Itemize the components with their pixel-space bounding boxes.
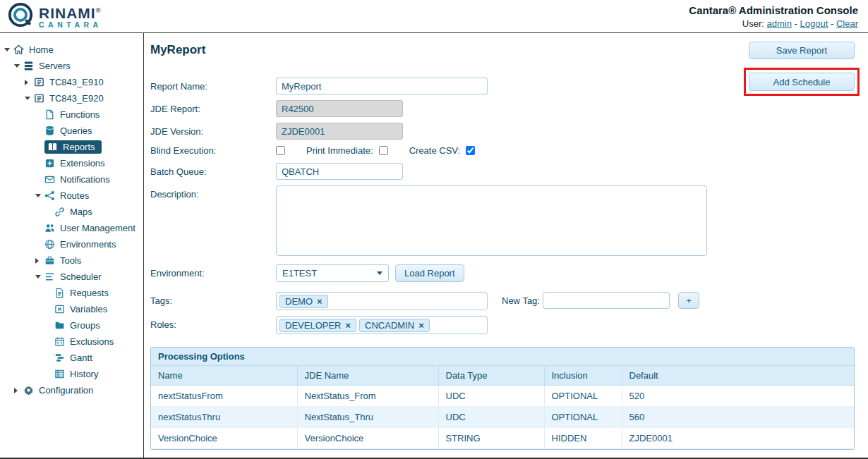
expand-arrow-icon[interactable] — [35, 275, 44, 279]
clear-link[interactable]: Clear — [836, 18, 858, 29]
save-report-button[interactable]: Save Report — [749, 42, 855, 59]
cell-jde-name: NextStatus_Thru — [297, 407, 438, 428]
load-report-button[interactable]: Load Report — [395, 264, 464, 282]
sidebar-item-label: Exclusions — [70, 336, 114, 347]
sidebar-item-label: TC843_E920 — [49, 93, 104, 104]
user-label: User: — [742, 18, 764, 29]
sidebar-item-label: Home — [29, 44, 54, 55]
chevron-down-icon — [377, 271, 382, 275]
description-label: Description: — [150, 185, 276, 200]
sidebar-item-queries[interactable]: Queries — [0, 123, 143, 139]
extensions-icon — [44, 158, 56, 169]
sidebar-item-label: Queries — [60, 126, 92, 136]
expand-arrow-icon[interactable] — [35, 194, 44, 197]
sidebar-item-scheduler[interactable]: Scheduler — [0, 269, 143, 285]
sidebar-item-routes[interactable]: Routes — [0, 188, 143, 204]
new-tag-label: New Tag: — [502, 292, 543, 306]
add-schedule-button[interactable]: Add Schedule — [749, 73, 855, 91]
table-row[interactable]: nextStatusFrom NextStatus_From UDC OPTIO… — [151, 386, 854, 407]
sidebar-item-label: Reports — [63, 142, 95, 152]
table-row[interactable]: nextStatusThru NextStatus_Thru UDC OPTIO… — [151, 407, 854, 428]
brand-subtitle: CANTARA — [39, 20, 102, 29]
processing-options-panel: Processing Options Name JDE Name Data Ty… — [150, 347, 855, 450]
sidebar-item-label: Environments — [60, 239, 116, 250]
sidebar-item-user-management[interactable]: User Management — [0, 220, 143, 236]
tags-input[interactable]: DEMO × — [276, 292, 488, 310]
sidebar-item-variables[interactable]: Variables — [0, 301, 143, 317]
collapse-arrow-icon[interactable] — [14, 388, 23, 393]
remove-role-icon[interactable]: × — [345, 320, 351, 331]
requests-icon — [54, 288, 66, 298]
cell-inclusion: OPTIONAL — [544, 386, 622, 407]
print-immediate-checkbox[interactable] — [379, 146, 388, 155]
new-tag-input[interactable] — [543, 292, 670, 309]
user-link[interactable]: admin — [767, 18, 792, 29]
expand-arrow-icon[interactable] — [14, 64, 23, 68]
annotation-highlight-box: Add Schedule — [744, 68, 860, 96]
expand-arrow-icon[interactable] — [25, 97, 34, 100]
cantara-logo: RINAMI® CANTARA — [7, 1, 102, 31]
table-header-row: Name JDE Name Data Type Inclusion Defaul… — [151, 366, 854, 386]
sidebar-item-groups[interactable]: Groups — [0, 317, 143, 333]
environment-selected-value: E1TEST — [282, 268, 317, 279]
sidebar-item-reports[interactable]: Reports — [0, 139, 143, 155]
sidebar-item-tc843-e920[interactable]: TC843_E920 — [0, 90, 143, 106]
cell-default: ZJDE0001 — [622, 428, 854, 449]
cell-data-type: STRING — [438, 428, 544, 449]
sidebar-item-tc843-e910[interactable]: TC843_E910 — [0, 74, 143, 90]
sidebar-item-environments[interactable]: Environments — [0, 236, 143, 252]
report-detail-panel: MyReport Save Report Add Schedule Report… — [144, 33, 868, 458]
collapse-arrow-icon[interactable] — [25, 80, 34, 85]
role-chip-label: CNCADMIN — [365, 320, 414, 331]
sidebar-item-tools[interactable]: Tools — [0, 252, 143, 269]
add-tag-button[interactable]: + — [678, 292, 699, 309]
remove-tag-icon[interactable]: × — [317, 296, 323, 307]
report-name-label: Report Name: — [150, 78, 276, 92]
sidebar-item-configuration[interactable]: Configuration — [0, 382, 143, 398]
app-window: RINAMI® CANTARA Cantara® Administration … — [0, 0, 868, 459]
sidebar-item-maps[interactable]: Maps — [0, 204, 143, 220]
create-csv-checkbox[interactable] — [466, 146, 475, 155]
maps-icon — [54, 207, 66, 217]
collapse-arrow-icon[interactable] — [35, 258, 44, 264]
sidebar-item-label: User Management — [60, 223, 135, 233]
remove-role-icon[interactable]: × — [418, 320, 424, 331]
sidebar-item-label: Functions — [60, 109, 100, 120]
sidebar-item-servers[interactable]: Servers — [0, 58, 143, 74]
scheduler-icon — [44, 271, 56, 282]
blind-execution-checkbox[interactable] — [276, 146, 285, 155]
environment-select[interactable]: E1TEST — [276, 264, 389, 282]
variables-icon — [54, 304, 66, 314]
servers-icon — [23, 61, 35, 71]
notifications-icon — [44, 174, 56, 185]
cell-data-type: UDC — [438, 407, 544, 428]
cell-name: nextStatusFrom — [151, 386, 297, 407]
page-title: MyReport — [150, 42, 205, 57]
roles-input[interactable]: DEVELOPER × CNCADMIN × — [276, 316, 488, 334]
sidebar-item-notifications[interactable]: Notifications — [0, 171, 143, 188]
sidebar-item-home[interactable]: Home — [0, 42, 143, 58]
sidebar-item-requests[interactable]: Requests — [0, 285, 143, 301]
sidebar-item-history[interactable]: History — [0, 366, 143, 382]
print-immediate-label: Print Immediate: — [306, 145, 373, 156]
server-icon — [34, 93, 46, 104]
sidebar-item-exclusions[interactable]: Exclusions — [0, 333, 143, 350]
routes-icon — [44, 190, 56, 201]
batch-queue-input[interactable] — [276, 163, 403, 180]
sidebar-item-functions[interactable]: Functions — [0, 106, 143, 123]
sidebar-item-label: Groups — [70, 320, 100, 331]
gantt-icon — [54, 353, 66, 363]
sidebar-item-extensions[interactable]: Extensions — [0, 155, 143, 171]
configuration-icon — [23, 385, 35, 396]
user-session-line: User: admin - Logout - Clear — [689, 18, 858, 29]
table-row[interactable]: VersionChoice VersionChoice STRING HIDDE… — [151, 428, 854, 449]
logout-link[interactable]: Logout — [800, 18, 828, 29]
batch-queue-label: Batch Queue: — [150, 163, 276, 177]
column-header: Name — [151, 366, 297, 386]
sidebar-item-label: Notifications — [60, 174, 110, 185]
expand-arrow-icon[interactable] — [4, 48, 13, 51]
report-name-input[interactable] — [276, 78, 488, 94]
description-textarea[interactable] — [276, 185, 707, 256]
sidebar-item-gantt[interactable]: Gantt — [0, 350, 143, 366]
environment-label: Environment: — [150, 264, 276, 279]
